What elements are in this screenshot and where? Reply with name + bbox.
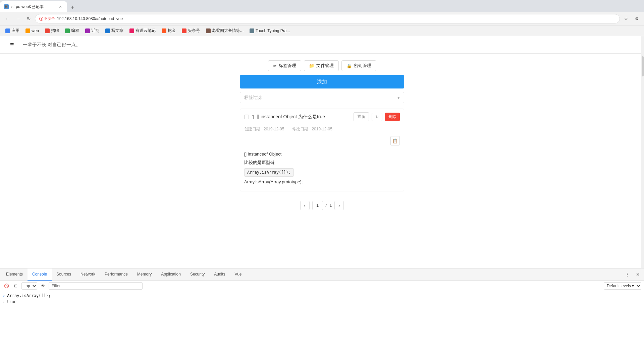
devtools-panel: Elements Console Sources Network Perform…	[0, 268, 644, 362]
forward-button[interactable]: →	[13, 14, 23, 23]
bookmark-gold[interactable]: 挖金	[159, 27, 178, 35]
tab-bar: 📓 sf-pc-web&已记本 ✕ +	[0, 0, 644, 12]
app-header: ☰ 一辈子不长,对自己好一点。	[0, 36, 644, 54]
file-btn-label: 文件管理	[316, 63, 334, 69]
tab-close-button[interactable]: ✕	[58, 4, 63, 9]
devtools-tab-vue[interactable]: Vue	[230, 268, 247, 281]
url-text: 192.168.10.140:8080/#/notepad_vue	[57, 16, 615, 21]
devtools-tab-network[interactable]: Network	[76, 268, 100, 281]
console-filter-input[interactable]	[49, 282, 143, 290]
security-label: 不安全	[44, 16, 55, 21]
key-management-button[interactable]: 🔒 密钥管理	[341, 60, 376, 71]
right-scrollbar[interactable]	[641, 36, 644, 268]
pagination: ‹ 1 / 1 ›	[300, 201, 344, 210]
pin-label: 置顶	[357, 114, 365, 119]
bookmark-label: web	[32, 28, 39, 33]
devtools-tab-sources[interactable]: Sources	[52, 268, 76, 281]
next-page-button[interactable]: ›	[334, 201, 344, 210]
bookmark-write[interactable]: 写文章	[103, 27, 126, 35]
devtools-tab-audits[interactable]: Audits	[209, 268, 230, 281]
current-page: 1	[312, 201, 323, 210]
security-tab-label: Security	[190, 272, 205, 277]
svg-text:!: !	[41, 17, 42, 20]
nav-bar: ← → ↻ ! 不安全 192.168.10.140:8080/#/notepa…	[0, 12, 644, 25]
tag-filter-dropdown[interactable]: 标签过滤 ▾	[240, 92, 404, 103]
bookmark-icon	[65, 28, 70, 33]
note-delete-button[interactable]: 删除	[385, 113, 400, 121]
extensions-button[interactable]: ⚙	[632, 14, 641, 23]
devtools-tab-memory[interactable]: Memory	[132, 268, 156, 281]
console-result-line: ← true	[3, 299, 641, 305]
bookmark-icon	[5, 28, 10, 33]
console-filter-button[interactable]: ⊡	[12, 282, 19, 290]
prev-page-button[interactable]: ‹	[300, 201, 310, 210]
back-button[interactable]: ←	[3, 14, 12, 23]
warning-icon: !	[39, 17, 43, 21]
new-tab-button[interactable]: +	[67, 3, 78, 12]
bookmark-icon	[85, 28, 90, 33]
bookmark-star-button[interactable]: ☆	[621, 14, 631, 23]
bookmark-recent[interactable]: 近期	[83, 27, 102, 35]
file-management-button[interactable]: 📁 文件管理	[304, 60, 339, 71]
bookmark-icon	[129, 28, 134, 33]
bookmark-label: 近期	[91, 28, 99, 34]
note-pin-button[interactable]: 置顶	[354, 112, 369, 121]
console-toolbar: 🚫 ⊡ top 👁 Default levels ▾	[0, 281, 644, 291]
reload-button[interactable]: ↻	[24, 14, 34, 23]
bookmark-label: 头条号	[188, 28, 200, 34]
note-line-3: Array.isArray([]);	[244, 168, 400, 177]
sources-tab-label: Sources	[56, 272, 71, 277]
security-warning: ! 不安全	[39, 16, 55, 21]
active-tab[interactable]: 📓 sf-pc-web&已记本 ✕	[0, 1, 67, 12]
bookmark-apps[interactable]: 应用	[3, 27, 22, 35]
add-button[interactable]: 添加	[240, 75, 404, 88]
note-share-button[interactable]: ↻	[372, 113, 382, 121]
menu-button[interactable]: ☰	[7, 40, 17, 50]
bookmark-label: 写文章	[111, 28, 123, 34]
created-label-text: 创建日期	[244, 127, 260, 131]
console-context-select[interactable]: top	[21, 282, 37, 290]
bookmark-programming[interactable]: 编程	[62, 27, 82, 35]
edit-icon: ✏	[273, 63, 277, 68]
page-content: ☰ 一辈子不长,对自己好一点。 ✏ 标签管理 📁 文件管理	[0, 36, 644, 268]
devtools-close-button[interactable]: ✕	[633, 270, 643, 279]
bookmark-youdao[interactable]: 有道云笔记	[127, 27, 158, 35]
devtools-tab-end: ⋮ ✕	[623, 270, 643, 279]
devtools-tab-performance[interactable]: Performance	[100, 268, 132, 281]
note-card: [] [] instanceof Object 为什么是true 置顶 ↻	[240, 109, 404, 191]
created-label: 创建日期 2019-12-05	[244, 126, 284, 132]
console-output: › Array.isArray([]); ← true	[0, 291, 644, 362]
console-eye-button[interactable]: 👁	[39, 282, 47, 290]
bookmark-web[interactable]: web	[23, 27, 42, 35]
note-dates: 创建日期 2019-12-05 修改日期 2019-12-05	[240, 125, 404, 135]
bookmark-label: Touch Typing Pra...	[256, 28, 290, 33]
modified-date: 2019-12-05	[312, 127, 332, 131]
devtools-settings-button[interactable]: ⋮	[623, 270, 632, 279]
devtools-tab-application[interactable]: Application	[156, 268, 185, 281]
console-clear-button[interactable]: 🚫	[3, 282, 10, 290]
bookmark-icon	[206, 28, 211, 33]
tag-management-button[interactable]: ✏ 标签管理	[268, 60, 301, 71]
note-checkbox[interactable]	[244, 115, 249, 119]
address-bar[interactable]: ! 不安全 192.168.10.140:8080/#/notepad_vue	[35, 14, 620, 23]
console-result-text: true	[7, 299, 16, 304]
devtools-tab-elements[interactable]: Elements	[1, 268, 28, 281]
note-title-area: [] [] instanceof Object 为什么是true	[244, 114, 354, 120]
application-tab-label: Application	[161, 272, 181, 277]
bookmark-label: 编程	[71, 28, 79, 34]
devtools-tab-security[interactable]: Security	[185, 268, 209, 281]
console-input-line: › Array.isArray([]);	[3, 293, 641, 299]
devtools-tab-console[interactable]: Console	[28, 268, 52, 281]
toolbar-row: ✏ 标签管理 📁 文件管理 🔒 密钥管理	[268, 60, 376, 71]
copy-button[interactable]: 📋	[390, 136, 400, 145]
bookmark-liang[interactable]: 老梁四大备情等...	[203, 27, 246, 35]
note-line-2: 比较的是原型链	[244, 159, 400, 166]
bookmark-icon	[162, 28, 166, 33]
bookmark-jobs[interactable]: 招聘	[42, 27, 62, 35]
bookmark-toutiao[interactable]: 头条号	[179, 27, 203, 35]
console-level-select[interactable]: Default levels ▾	[604, 282, 641, 290]
bookmark-typing[interactable]: Touch Typing Pra...	[247, 27, 293, 35]
copy-icon: 📋	[392, 138, 398, 143]
total-pages: 1	[329, 203, 332, 208]
note-line-1: [] instanceof Object	[244, 151, 400, 158]
